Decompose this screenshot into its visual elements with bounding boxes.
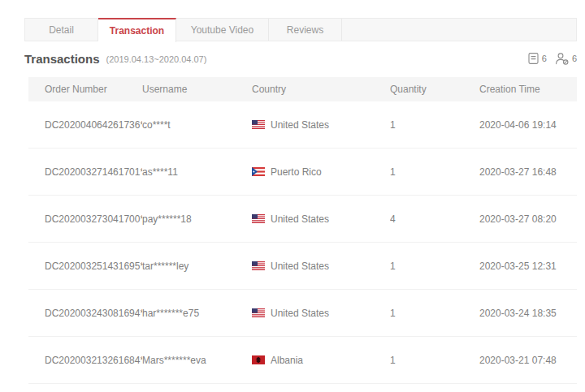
us-flag-icon	[252, 261, 265, 270]
table-row: DC202003243081694*** har*******e75 Unite…	[28, 290, 577, 337]
order-number-cell: DC202003243081694***	[28, 308, 142, 319]
country-label: Albania	[271, 355, 303, 366]
creation-time-cell: 2020-03-27 08:20	[479, 213, 577, 225]
pr-flag-icon	[252, 167, 265, 176]
table-body: DC202004064261736*** co****t United Stat…	[28, 101, 577, 384]
buyer-person-icon	[555, 52, 570, 65]
tab-bar: DetailTransactionYoutube VideoReviews	[24, 18, 577, 41]
buyers-stat: 6	[555, 52, 577, 65]
order-document-icon	[527, 52, 540, 65]
table-row: DC202003273041700*** pay******18 United …	[28, 196, 577, 243]
username-cell: co****t	[142, 119, 252, 131]
creation-time-cell: 2020-03-27 16:48	[479, 166, 577, 178]
column-header-quantity: Quantity	[390, 84, 479, 95]
us-flag-icon	[252, 308, 265, 317]
country-cell: Albania	[252, 355, 390, 366]
orders-count: 6	[542, 54, 547, 63]
quantity-cell: 4	[390, 213, 479, 225]
tab-transaction[interactable]: Transaction	[98, 18, 176, 42]
us-flag-icon	[252, 214, 265, 223]
table-header-row: Order Number Username Country Quantity C…	[28, 77, 577, 101]
country-label: United States	[271, 261, 329, 272]
quantity-cell: 1	[390, 166, 479, 178]
username-cell: Mars*******eva	[142, 355, 252, 366]
country-cell: United States	[252, 213, 390, 225]
country-cell: Puerto Rico	[252, 166, 390, 178]
tab-reviews[interactable]: Reviews	[269, 19, 342, 41]
transactions-header: Transactions (2019.04.13~2020.04.07) 6	[24, 50, 577, 67]
tab-youtube-video[interactable]: Youtube Video	[176, 19, 269, 41]
country-label: Puerto Rico	[271, 166, 322, 178]
table-row: DC202004064261736*** co****t United Stat…	[28, 101, 577, 149]
us-flag-icon	[252, 120, 265, 129]
header-stats: 6 6	[527, 52, 577, 65]
country-label: United States	[271, 213, 329, 225]
creation-time-cell: 2020-03-25 12:31	[479, 261, 577, 272]
table-row: DC202003251431695*** tar******ley United…	[28, 243, 577, 290]
quantity-cell: 1	[390, 261, 479, 272]
country-label: United States	[271, 119, 329, 131]
column-header-country: Country	[252, 84, 390, 95]
order-number-cell: DC202003273041700***	[28, 213, 142, 225]
column-header-order-number: Order Number	[28, 84, 142, 95]
order-number-cell: DC202004064261736***	[28, 119, 142, 131]
creation-time-cell: 2020-03-24 18:35	[479, 308, 577, 319]
username-cell: tar******ley	[142, 261, 252, 272]
buyers-count: 6	[572, 54, 577, 63]
creation-time-cell: 2020-03-21 07:48	[479, 355, 577, 366]
order-number-cell: DC202003251431695***	[28, 261, 142, 272]
country-cell: United States	[252, 119, 390, 131]
country-label: United States	[271, 308, 329, 319]
quantity-cell: 1	[390, 119, 479, 131]
table-row: DC202003271461701*** as****11 Puerto Ric…	[28, 149, 577, 196]
table-row: DC202003213261684*** Mars*******eva Alba…	[28, 337, 577, 384]
date-range-label: (2019.04.13~2020.04.07)	[106, 53, 207, 64]
tab-detail[interactable]: Detail	[25, 19, 98, 41]
order-number-cell: DC202003213261684***	[28, 355, 142, 366]
column-header-username: Username	[142, 84, 252, 95]
orders-stat: 6	[527, 52, 547, 65]
column-header-creation-time: Creation Time	[479, 84, 577, 95]
username-cell: as****11	[142, 166, 252, 178]
country-cell: United States	[252, 261, 390, 272]
username-cell: har*******e75	[142, 308, 252, 319]
username-cell: pay******18	[142, 213, 252, 225]
product-page: DetailTransactionYoutube VideoReviews Tr…	[0, 0, 585, 392]
creation-time-cell: 2020-04-06 19:14	[479, 119, 577, 131]
al-flag-icon	[252, 355, 265, 364]
order-number-cell: DC202003271461701***	[28, 166, 142, 178]
page-title: Transactions	[24, 52, 100, 66]
country-cell: United States	[252, 308, 390, 319]
transactions-table: Order Number Username Country Quantity C…	[28, 77, 577, 384]
quantity-cell: 1	[390, 308, 479, 319]
quantity-cell: 1	[390, 355, 479, 366]
